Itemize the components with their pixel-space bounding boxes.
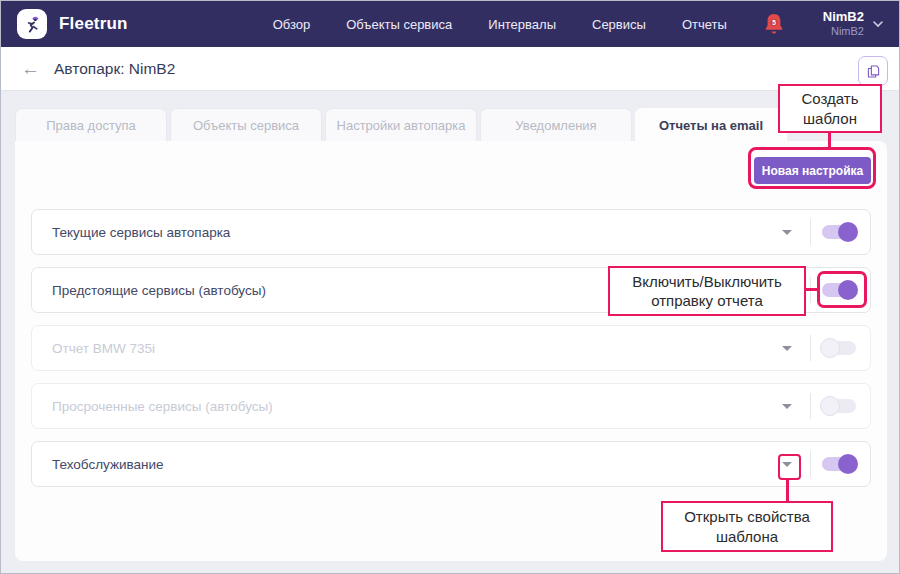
expand-caret-icon[interactable]: [782, 404, 792, 409]
toggle-switch[interactable]: [822, 341, 856, 355]
tab-notifications[interactable]: Уведомления: [480, 108, 632, 141]
tab-service-objects[interactable]: Объекты сервиса: [170, 108, 322, 141]
brand-name: Fleetrun: [59, 14, 128, 34]
annotation-open-template-props: Открыть свойства шаблона: [661, 501, 833, 552]
nav-item-overview[interactable]: Обзор: [273, 17, 311, 32]
annotation-create-template: Создать шаблон: [778, 84, 882, 133]
row-divider: [810, 393, 811, 419]
copy-icon: [865, 63, 882, 80]
tab-bar: Права доступа Объекты сервиса Настройки …: [15, 108, 787, 141]
nav-item-intervals[interactable]: Интервалы: [488, 17, 556, 32]
toggle-knob: [820, 338, 840, 358]
chevron-down-icon: [873, 21, 883, 28]
toggle-switch[interactable]: [822, 399, 856, 413]
row-divider: [810, 219, 811, 245]
row-divider: [810, 335, 811, 361]
report-row-bmw-report: Отчет BMW 735i: [31, 325, 871, 371]
nav-item-services[interactable]: Сервисы: [592, 17, 646, 32]
report-row-maintenance: Техобслуживание: [31, 441, 871, 487]
copy-button[interactable]: [858, 56, 888, 86]
annotation-toggle-report: Включить/Выключить отправку отчета: [608, 266, 806, 316]
report-row-label: Отчет BMW 735i: [52, 341, 782, 356]
toggle-switch[interactable]: [822, 457, 856, 471]
nav-item-reports[interactable]: Отчеты: [682, 17, 727, 32]
annotation-connector: [828, 132, 831, 148]
report-row-label: Просроченные сервисы (автобусы): [52, 399, 782, 414]
toggle-knob: [820, 396, 840, 416]
toggle-knob: [838, 280, 858, 300]
main-nav: Обзор Объекты сервиса Интервалы Сервисы …: [273, 17, 727, 32]
notifications-bell-icon[interactable]: 5: [763, 12, 785, 36]
annotation-connector: [786, 479, 789, 502]
report-row-label: Текущие сервисы автопарка: [52, 225, 782, 240]
app-logo[interactable]: [17, 9, 47, 39]
fleetrun-app-window: Fleetrun Обзор Объекты сервиса Интервалы…: [0, 0, 900, 574]
notification-badge: 5: [772, 19, 776, 26]
user-account: NimB2: [823, 25, 864, 39]
annotation-connector: [805, 288, 818, 291]
tab-email-reports[interactable]: Отчеты на email: [635, 108, 787, 141]
expand-caret-icon[interactable]: [782, 462, 792, 467]
row-divider: [810, 451, 811, 477]
user-text: NimB2 NimB2: [823, 9, 864, 39]
nav-item-service-objects[interactable]: Объекты сервиса: [346, 17, 452, 32]
runner-icon: [23, 15, 42, 34]
report-row-label: Техобслуживание: [52, 457, 782, 472]
user-name: NimB2: [823, 9, 864, 25]
report-row-overdue-services: Просроченные сервисы (автобусы): [31, 383, 871, 429]
back-button[interactable]: ←: [21, 59, 40, 78]
toggle-knob: [838, 222, 858, 242]
tab-fleet-settings[interactable]: Настройки автопарка: [325, 108, 477, 141]
tab-access-rights[interactable]: Права доступа: [15, 108, 167, 141]
page-title: Автопарк: NimB2: [54, 60, 175, 78]
toggle-switch[interactable]: [822, 283, 856, 297]
expand-caret-icon[interactable]: [782, 230, 792, 235]
toggle-switch[interactable]: [822, 225, 856, 239]
report-row-current-services: Текущие сервисы автопарка: [31, 209, 871, 255]
top-navbar: Fleetrun Обзор Объекты сервиса Интервалы…: [1, 1, 899, 47]
toggle-knob: [838, 454, 858, 474]
expand-caret-icon[interactable]: [782, 346, 792, 351]
page-header: ← Автопарк: NimB2: [1, 47, 899, 91]
user-menu[interactable]: NimB2 NimB2: [823, 9, 883, 39]
new-setting-button[interactable]: Новая настройка: [754, 157, 871, 184]
